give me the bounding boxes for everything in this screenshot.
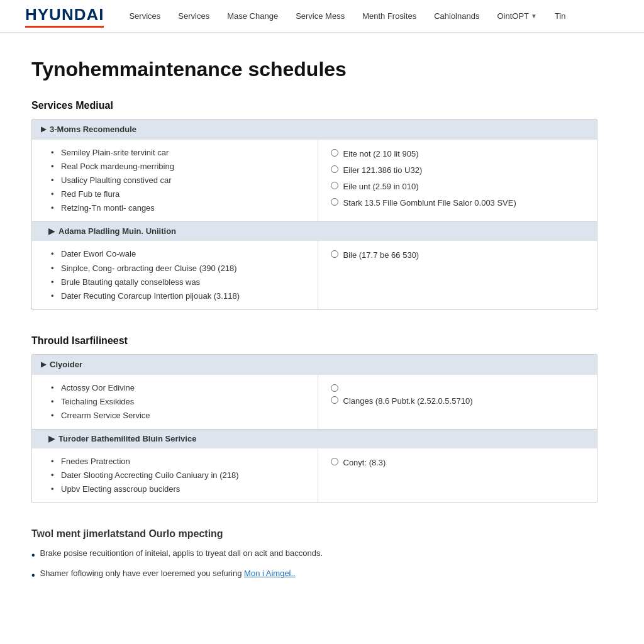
nav-item-ointopt[interactable]: OintOPT ▼ — [497, 11, 536, 21]
list-item: Actossy Oor Edivine — [51, 381, 305, 395]
nav-item-service-mess[interactable]: Service Mess — [296, 11, 345, 21]
group3-right: Clanges (8.6 Pubt.k (2.52.0.5.5710) — [318, 375, 597, 429]
notes-text-1: Brake posise recuitiontion of initeial, … — [40, 547, 323, 560]
group1-radio-list: Eite not (2 10 lit 905) Eiler 121.386 ti… — [331, 146, 585, 211]
nav-item-cahiolnands[interactable]: Cahiolnands — [434, 11, 479, 21]
main-content: Tynohemmaintenance schedules Services Me… — [0, 33, 629, 613]
group4-subheader[interactable]: ▶ Turoder Bathemilited Bluin Serivice — [32, 429, 597, 448]
group3-row: Actossy Oor Edivine Teichaling Exsikides… — [32, 374, 597, 429]
notes-section: Twol ment jimerlatstand Ourlo mpecting •… — [31, 528, 597, 583]
list-item — [331, 381, 585, 393]
group3-header-label: Clyoider — [50, 360, 82, 369]
nav-item-tin[interactable]: Tin — [555, 11, 566, 21]
notes-link[interactable]: Mon i Aimgel.. — [244, 569, 296, 578]
radio-circle-icon — [331, 198, 338, 206]
list-item: Teichaling Exsikides — [51, 395, 305, 409]
group2-subheader[interactable]: ▶ Adama Pladling Muin. Uniition — [32, 221, 597, 240]
group4-header-label: Turoder Bathemilited Bluin Serivice — [58, 434, 196, 443]
group1-right: Eite not (2 10 lit 905) Eiler 121.386 ti… — [318, 140, 597, 221]
notes-item-2: • Shamer foflowing only have ever loerem… — [31, 567, 597, 584]
group1-left: Semiley Plain-srite tervinit car Real Po… — [32, 140, 318, 221]
group2-header-label: Adama Pladling Muin. Uniition — [58, 226, 176, 236]
radio-circle-icon — [331, 182, 338, 189]
list-item: Retzing-Tn montl- canges — [51, 201, 305, 215]
section-2: Thrould Isarfilineest ▶ Clyoider Actossy… — [31, 335, 597, 504]
section2-title: Thrould Isarfilineest — [31, 335, 597, 347]
section-1: Services Mediual ▶ 3-Moms Recomendule Se… — [31, 100, 597, 310]
list-item: Sinplce, Cong- orbracting deer Cluise (3… — [51, 262, 305, 275]
schedule-table-2: ▶ Clyoider Actossy Oor Edivine Teichalin… — [31, 354, 597, 504]
nav-item-services-1[interactable]: Services — [129, 11, 160, 21]
radio-circle-icon — [331, 250, 338, 258]
group1-header[interactable]: ▶ 3-Moms Recomendule — [32, 119, 597, 139]
group4-row: Fnedes Pratrection Dater Slooting Accrec… — [32, 448, 597, 502]
notes-title: Twol ment jimerlatstand Ourlo mpecting — [31, 528, 597, 540]
list-item: Eile unt (2.59 in 010) — [331, 179, 585, 195]
group4-right: Conyt: (8.3) — [318, 448, 597, 502]
radio-circle-icon — [331, 384, 338, 392]
group2-left: Dater Eworl Co-wale Sinplce, Cong- orbra… — [32, 241, 318, 309]
radio-circle-icon — [331, 458, 338, 465]
hyundai-logo: HYUNDAI — [25, 5, 104, 28]
group2-bullet-list: Dater Eworl Co-wale Sinplce, Cong- orbra… — [51, 247, 305, 303]
chevron-down-icon: ▼ — [531, 13, 537, 19]
list-item: Dater Eworl Co-wale — [51, 247, 305, 261]
list-item: Dater Slooting Accrecting Cuilo Caniuary… — [51, 469, 305, 482]
group4-left: Fnedes Pratrection Dater Slooting Accrec… — [32, 448, 318, 502]
radio-circle-icon — [331, 165, 338, 173]
expand-arrow-icon: ▶ — [48, 434, 55, 443]
list-item: Red Fub te flura — [51, 187, 305, 201]
group4-radio-list: Conyt: (8.3) — [331, 455, 585, 471]
group3-radio-list: Clanges (8.6 Pubt.k (2.52.0.5.5710) — [331, 381, 585, 409]
site-header: HYUNDAI Services Services Mase Change Se… — [0, 0, 644, 33]
group2-right: Bile (17.7 be 66 530) — [318, 241, 597, 309]
group1-bullet-list: Semiley Plain-srite tervinit car Real Po… — [51, 146, 305, 215]
section1-title: Services Mediual — [31, 100, 597, 111]
nav-item-services-2[interactable]: Services — [178, 11, 209, 21]
page-title: Tynohemmaintenance schedules — [31, 58, 597, 81]
list-item: Stark 13.5 Fille Gomblunt File Salor 0.0… — [331, 195, 585, 211]
list-item: Real Pock mardeung-merribing — [51, 160, 305, 174]
radio-circle-icon — [331, 396, 338, 404]
group3-left: Actossy Oor Edivine Teichaling Exsikides… — [32, 375, 318, 429]
list-item: Fnedes Pratrection — [51, 455, 305, 469]
nav-item-menth-frosites[interactable]: Menth Frosites — [362, 11, 416, 21]
list-item: Conyt: (8.3) — [331, 455, 585, 471]
radio-circle-icon — [331, 149, 338, 157]
list-item: Crrearm Service Service — [51, 409, 305, 423]
schedule-table-1: ▶ 3-Moms Recomendule Semiley Plain-srite… — [31, 119, 597, 310]
list-item: Upbv Electing asscroup buciders — [51, 482, 305, 496]
group3-header[interactable]: ▶ Clyoider — [32, 355, 597, 374]
group2-row: Dater Eworl Co-wale Sinplce, Cong- orbra… — [32, 240, 597, 309]
notes-list: • Brake posise recuitiontion of initeial… — [31, 547, 597, 583]
group1-row: Semiley Plain-srite tervinit car Real Po… — [32, 139, 597, 221]
list-item: Usalicy Plaulting constived car — [51, 174, 305, 187]
group3-bullet-list: Actossy Oor Edivine Teichaling Exsikides… — [51, 381, 305, 423]
list-item: Eiler 121.386 tio U32) — [331, 162, 585, 179]
group1-header-label: 3-Moms Recomendule — [50, 125, 136, 134]
list-item: Eite not (2 10 lit 905) — [331, 146, 585, 162]
notes-text-2: Shamer foflowing only have ever loeremed… — [40, 567, 296, 580]
list-item: Clanges (8.6 Pubt.k (2.52.0.5.5710) — [331, 393, 585, 409]
bullet-icon: • — [31, 547, 35, 564]
main-nav: Services Services Mase Change Service Me… — [129, 11, 565, 21]
list-item: Dater Recuting Corarcup Intertion pijoua… — [51, 289, 305, 303]
list-item: Bile (17.7 be 66 530) — [331, 247, 585, 264]
group2-radio-list: Bile (17.7 be 66 530) — [331, 247, 585, 264]
expand-arrow-icon: ▶ — [41, 360, 46, 369]
expand-arrow-icon: ▶ — [41, 125, 46, 133]
list-item: Brule Btauting qatally conselbless was — [51, 275, 305, 289]
bullet-icon: • — [31, 567, 35, 584]
group4-bullet-list: Fnedes Pratrection Dater Slooting Accrec… — [51, 455, 305, 496]
expand-arrow-icon: ▶ — [48, 226, 55, 236]
notes-item-1: • Brake posise recuitiontion of initeial… — [31, 547, 597, 564]
nav-item-mase-change[interactable]: Mase Change — [227, 11, 278, 21]
list-item: Semiley Plain-srite tervinit car — [51, 146, 305, 160]
